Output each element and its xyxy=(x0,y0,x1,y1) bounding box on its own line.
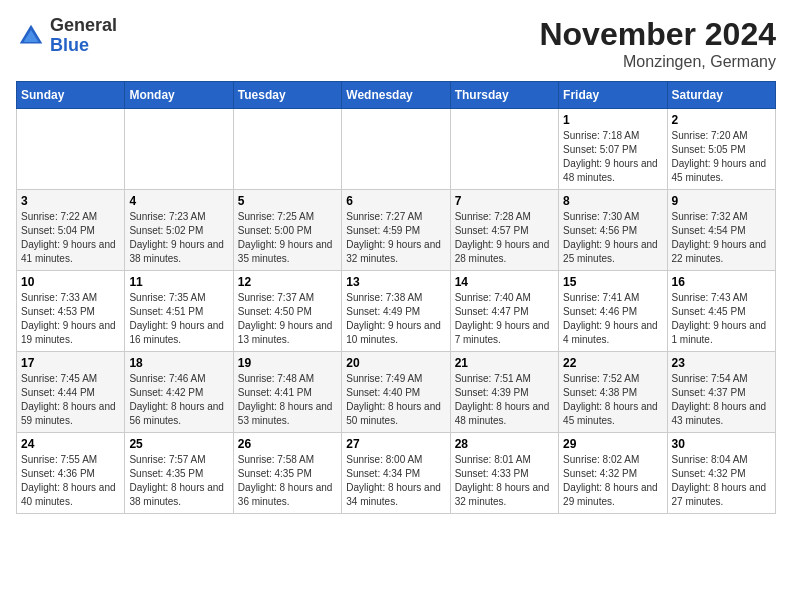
day-info: Sunrise: 8:01 AM Sunset: 4:33 PM Dayligh… xyxy=(455,453,554,509)
day-info: Sunrise: 7:40 AM Sunset: 4:47 PM Dayligh… xyxy=(455,291,554,347)
calendar-cell: 4Sunrise: 7:23 AM Sunset: 5:02 PM Daylig… xyxy=(125,190,233,271)
calendar-cell: 30Sunrise: 8:04 AM Sunset: 4:32 PM Dayli… xyxy=(667,433,775,514)
day-number: 12 xyxy=(238,275,337,289)
day-info: Sunrise: 7:45 AM Sunset: 4:44 PM Dayligh… xyxy=(21,372,120,428)
day-info: Sunrise: 7:33 AM Sunset: 4:53 PM Dayligh… xyxy=(21,291,120,347)
calendar-table: SundayMondayTuesdayWednesdayThursdayFrid… xyxy=(16,81,776,514)
calendar-cell: 23Sunrise: 7:54 AM Sunset: 4:37 PM Dayli… xyxy=(667,352,775,433)
day-info: Sunrise: 7:25 AM Sunset: 5:00 PM Dayligh… xyxy=(238,210,337,266)
day-number: 25 xyxy=(129,437,228,451)
logo-blue: Blue xyxy=(50,35,89,55)
day-info: Sunrise: 7:32 AM Sunset: 4:54 PM Dayligh… xyxy=(672,210,771,266)
day-info: Sunrise: 7:43 AM Sunset: 4:45 PM Dayligh… xyxy=(672,291,771,347)
logo-text: General Blue xyxy=(50,16,117,56)
calendar-cell: 10Sunrise: 7:33 AM Sunset: 4:53 PM Dayli… xyxy=(17,271,125,352)
day-info: Sunrise: 7:55 AM Sunset: 4:36 PM Dayligh… xyxy=(21,453,120,509)
weekday-header: Saturday xyxy=(667,82,775,109)
day-number: 10 xyxy=(21,275,120,289)
calendar-cell: 17Sunrise: 7:45 AM Sunset: 4:44 PM Dayli… xyxy=(17,352,125,433)
day-number: 8 xyxy=(563,194,662,208)
day-number: 7 xyxy=(455,194,554,208)
day-number: 30 xyxy=(672,437,771,451)
calendar-cell xyxy=(450,109,558,190)
day-number: 5 xyxy=(238,194,337,208)
day-number: 22 xyxy=(563,356,662,370)
day-number: 2 xyxy=(672,113,771,127)
day-info: Sunrise: 7:38 AM Sunset: 4:49 PM Dayligh… xyxy=(346,291,445,347)
location: Monzingen, Germany xyxy=(539,53,776,71)
logo-general: General xyxy=(50,15,117,35)
day-number: 4 xyxy=(129,194,228,208)
day-info: Sunrise: 8:02 AM Sunset: 4:32 PM Dayligh… xyxy=(563,453,662,509)
day-info: Sunrise: 7:48 AM Sunset: 4:41 PM Dayligh… xyxy=(238,372,337,428)
calendar-cell: 14Sunrise: 7:40 AM Sunset: 4:47 PM Dayli… xyxy=(450,271,558,352)
calendar-cell: 22Sunrise: 7:52 AM Sunset: 4:38 PM Dayli… xyxy=(559,352,667,433)
day-info: Sunrise: 7:37 AM Sunset: 4:50 PM Dayligh… xyxy=(238,291,337,347)
day-info: Sunrise: 7:54 AM Sunset: 4:37 PM Dayligh… xyxy=(672,372,771,428)
day-number: 18 xyxy=(129,356,228,370)
calendar-cell: 18Sunrise: 7:46 AM Sunset: 4:42 PM Dayli… xyxy=(125,352,233,433)
calendar-cell: 12Sunrise: 7:37 AM Sunset: 4:50 PM Dayli… xyxy=(233,271,341,352)
day-info: Sunrise: 7:52 AM Sunset: 4:38 PM Dayligh… xyxy=(563,372,662,428)
calendar-cell: 29Sunrise: 8:02 AM Sunset: 4:32 PM Dayli… xyxy=(559,433,667,514)
calendar-cell: 24Sunrise: 7:55 AM Sunset: 4:36 PM Dayli… xyxy=(17,433,125,514)
calendar-cell: 9Sunrise: 7:32 AM Sunset: 4:54 PM Daylig… xyxy=(667,190,775,271)
calendar-week-row: 3Sunrise: 7:22 AM Sunset: 5:04 PM Daylig… xyxy=(17,190,776,271)
day-info: Sunrise: 7:46 AM Sunset: 4:42 PM Dayligh… xyxy=(129,372,228,428)
month-year: November 2024 xyxy=(539,16,776,53)
calendar-cell: 3Sunrise: 7:22 AM Sunset: 5:04 PM Daylig… xyxy=(17,190,125,271)
weekday-header: Wednesday xyxy=(342,82,450,109)
weekday-header: Thursday xyxy=(450,82,558,109)
calendar-week-row: 1Sunrise: 7:18 AM Sunset: 5:07 PM Daylig… xyxy=(17,109,776,190)
calendar-cell: 28Sunrise: 8:01 AM Sunset: 4:33 PM Dayli… xyxy=(450,433,558,514)
day-info: Sunrise: 7:28 AM Sunset: 4:57 PM Dayligh… xyxy=(455,210,554,266)
day-info: Sunrise: 7:41 AM Sunset: 4:46 PM Dayligh… xyxy=(563,291,662,347)
logo: General Blue xyxy=(16,16,117,56)
weekday-header: Friday xyxy=(559,82,667,109)
day-number: 1 xyxy=(563,113,662,127)
day-number: 24 xyxy=(21,437,120,451)
calendar-cell: 6Sunrise: 7:27 AM Sunset: 4:59 PM Daylig… xyxy=(342,190,450,271)
day-info: Sunrise: 7:49 AM Sunset: 4:40 PM Dayligh… xyxy=(346,372,445,428)
calendar-cell: 8Sunrise: 7:30 AM Sunset: 4:56 PM Daylig… xyxy=(559,190,667,271)
day-number: 14 xyxy=(455,275,554,289)
calendar-cell xyxy=(233,109,341,190)
logo-icon xyxy=(16,21,46,51)
calendar-cell: 27Sunrise: 8:00 AM Sunset: 4:34 PM Dayli… xyxy=(342,433,450,514)
day-number: 17 xyxy=(21,356,120,370)
calendar-cell xyxy=(125,109,233,190)
day-info: Sunrise: 7:35 AM Sunset: 4:51 PM Dayligh… xyxy=(129,291,228,347)
calendar-cell: 25Sunrise: 7:57 AM Sunset: 4:35 PM Dayli… xyxy=(125,433,233,514)
day-number: 26 xyxy=(238,437,337,451)
day-number: 23 xyxy=(672,356,771,370)
page-header: General Blue November 2024 Monzingen, Ge… xyxy=(16,16,776,71)
day-number: 29 xyxy=(563,437,662,451)
calendar-cell: 1Sunrise: 7:18 AM Sunset: 5:07 PM Daylig… xyxy=(559,109,667,190)
weekday-header-row: SundayMondayTuesdayWednesdayThursdayFrid… xyxy=(17,82,776,109)
calendar-cell xyxy=(342,109,450,190)
calendar-cell: 13Sunrise: 7:38 AM Sunset: 4:49 PM Dayli… xyxy=(342,271,450,352)
calendar-cell: 20Sunrise: 7:49 AM Sunset: 4:40 PM Dayli… xyxy=(342,352,450,433)
day-info: Sunrise: 7:22 AM Sunset: 5:04 PM Dayligh… xyxy=(21,210,120,266)
day-number: 6 xyxy=(346,194,445,208)
day-number: 16 xyxy=(672,275,771,289)
day-number: 9 xyxy=(672,194,771,208)
day-info: Sunrise: 7:51 AM Sunset: 4:39 PM Dayligh… xyxy=(455,372,554,428)
calendar-week-row: 24Sunrise: 7:55 AM Sunset: 4:36 PM Dayli… xyxy=(17,433,776,514)
day-number: 13 xyxy=(346,275,445,289)
calendar-cell: 21Sunrise: 7:51 AM Sunset: 4:39 PM Dayli… xyxy=(450,352,558,433)
day-number: 15 xyxy=(563,275,662,289)
day-number: 11 xyxy=(129,275,228,289)
day-info: Sunrise: 8:04 AM Sunset: 4:32 PM Dayligh… xyxy=(672,453,771,509)
calendar-cell: 19Sunrise: 7:48 AM Sunset: 4:41 PM Dayli… xyxy=(233,352,341,433)
calendar-cell: 7Sunrise: 7:28 AM Sunset: 4:57 PM Daylig… xyxy=(450,190,558,271)
day-info: Sunrise: 7:27 AM Sunset: 4:59 PM Dayligh… xyxy=(346,210,445,266)
calendar-cell: 16Sunrise: 7:43 AM Sunset: 4:45 PM Dayli… xyxy=(667,271,775,352)
day-number: 21 xyxy=(455,356,554,370)
day-number: 28 xyxy=(455,437,554,451)
calendar-cell: 11Sunrise: 7:35 AM Sunset: 4:51 PM Dayli… xyxy=(125,271,233,352)
day-number: 20 xyxy=(346,356,445,370)
day-info: Sunrise: 7:18 AM Sunset: 5:07 PM Dayligh… xyxy=(563,129,662,185)
day-info: Sunrise: 7:58 AM Sunset: 4:35 PM Dayligh… xyxy=(238,453,337,509)
day-info: Sunrise: 7:30 AM Sunset: 4:56 PM Dayligh… xyxy=(563,210,662,266)
